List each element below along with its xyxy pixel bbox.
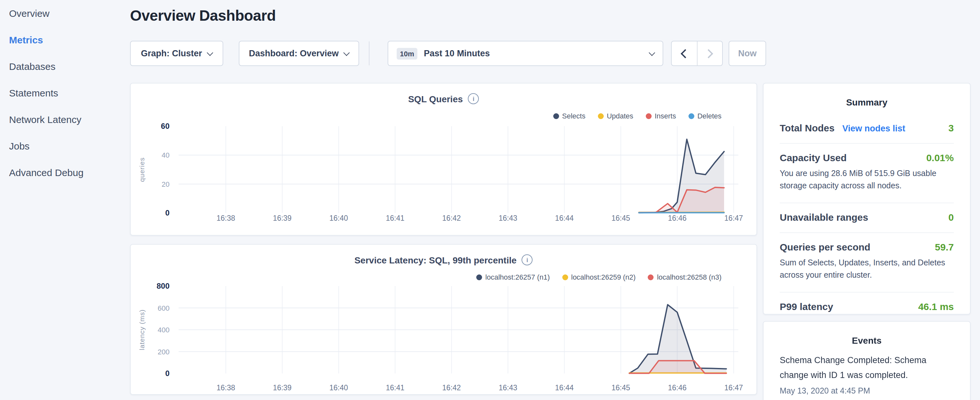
x-tick-label: 16:47 — [724, 384, 743, 392]
app-root: OverviewMetricsDatabasesStatementsNetwor… — [0, 0, 980, 400]
chevron-down-icon — [649, 49, 655, 56]
sql-queries-chart-card: SQL Queries i SelectsUpdatesInsertsDelet… — [130, 83, 757, 236]
summary-panel: Summary Total NodesView nodes list3Capac… — [763, 83, 970, 315]
x-tick-label: 16:44 — [555, 214, 574, 222]
graph-scope-dropdown[interactable]: Graph: Cluster — [130, 41, 223, 66]
summary-row-label: Capacity Used — [780, 152, 847, 163]
summary-row-value: 0.01% — [926, 152, 954, 163]
summary-rows: Total NodesView nodes list3Capacity Used… — [780, 114, 954, 315]
event-timestamp: May 13, 2020 at 4:45 PM — [780, 386, 954, 395]
y-tick-label: 60 — [161, 122, 170, 131]
x-tick-label: 16:40 — [329, 214, 348, 222]
sidebar-item-databases[interactable]: Databases — [0, 53, 130, 80]
chevron-left-icon — [680, 49, 689, 58]
summary-row-value: 59.7 — [935, 241, 954, 252]
sidebar-item-overview[interactable]: Overview — [0, 0, 130, 27]
page-title: Overview Dashboard — [130, 7, 276, 25]
sidebar-item-network-latency[interactable]: Network Latency — [0, 106, 130, 133]
x-tick-label: 16:39 — [273, 384, 292, 392]
sidebar-item-metrics[interactable]: Metrics — [0, 27, 130, 53]
dashboard-dropdown-label: Dashboard: Overview — [249, 49, 339, 58]
sidebar: OverviewMetricsDatabasesStatementsNetwor… — [0, 0, 130, 400]
previous-time-window-button[interactable] — [672, 41, 697, 65]
chevron-right-icon — [704, 49, 713, 58]
summary-row-p99-latency: P99 latency46.1 ms — [780, 292, 954, 315]
y-axis-title: latency (ms) — [138, 309, 146, 350]
x-tick-label: 16:39 — [273, 214, 292, 222]
toolbar-divider — [369, 41, 369, 65]
y-tick-label: 0 — [165, 209, 170, 217]
service-latency-chart[interactable]: 16:3816:3916:4016:4116:4216:4316:4416:45… — [131, 245, 758, 395]
service-latency-chart-card: Service Latency: SQL, 99th percentile i … — [130, 244, 757, 395]
x-tick-label: 16:42 — [442, 214, 461, 222]
y-tick-label: 400 — [158, 326, 170, 334]
x-tick-label: 16:42 — [442, 384, 461, 392]
x-tick-label: 16:46 — [668, 384, 687, 392]
x-tick-label: 16:43 — [499, 214, 517, 222]
y-tick-label: 800 — [157, 282, 170, 290]
x-tick-label: 16:41 — [386, 214, 404, 222]
sql-queries-chart[interactable]: 16:3816:3916:4016:4116:4216:4316:4416:45… — [131, 83, 758, 236]
y-tick-label: 20 — [162, 180, 170, 188]
summary-row-capacity-used: Capacity Used0.01%You are using 28.6 MiB… — [780, 144, 954, 203]
now-button[interactable]: Now — [729, 41, 766, 66]
sidebar-item-advanced-debug[interactable]: Advanced Debug — [0, 159, 130, 186]
x-tick-label: 16:41 — [386, 384, 404, 392]
summary-row-description: Sum of Selects, Updates, Inserts, and De… — [780, 257, 954, 282]
summary-row-label: Queries per second — [780, 241, 870, 252]
events-panel: Events Schema Change Completed: Schema c… — [763, 321, 970, 400]
summary-panel-title: Summary — [780, 97, 954, 107]
y-axis-title: queries — [138, 157, 146, 182]
x-tick-label: 16:38 — [216, 214, 235, 222]
sidebar-item-statements[interactable]: Statements — [0, 80, 130, 106]
y-tick-label: 0 — [165, 369, 170, 378]
view-nodes-list-link[interactable]: View nodes list — [842, 124, 905, 133]
summary-row-unavailable-ranges: Unavailable ranges0 — [780, 203, 954, 233]
x-tick-label: 16:46 — [668, 214, 687, 222]
time-window-pager — [671, 41, 723, 66]
x-tick-label: 16:47 — [724, 214, 743, 222]
summary-row-description: You are using 28.6 MiB of 515.9 GiB usab… — [780, 167, 954, 193]
summary-row-label: P99 latency — [780, 301, 833, 312]
graph-scope-dropdown-label: Graph: Cluster — [141, 49, 202, 58]
summary-row-value: 46.1 ms — [918, 301, 954, 312]
summary-row-value: 3 — [948, 122, 954, 133]
x-tick-label: 16:38 — [216, 384, 235, 392]
time-window-dropdown[interactable]: 10m Past 10 Minutes — [388, 41, 663, 66]
y-tick-label: 200 — [158, 348, 170, 356]
now-button-label: Now — [738, 49, 757, 58]
next-time-window-button[interactable] — [697, 41, 722, 65]
x-tick-label: 16:45 — [611, 214, 630, 222]
summary-row-value: 0 — [948, 212, 954, 223]
x-tick-label: 16:43 — [499, 384, 517, 392]
chevron-down-icon — [207, 49, 213, 56]
summary-row-queries-per-second: Queries per second59.7Sum of Selects, Up… — [780, 233, 954, 293]
time-window-label: Past 10 Minutes — [424, 49, 490, 58]
chevron-down-icon — [344, 49, 350, 56]
sidebar-item-jobs[interactable]: Jobs — [0, 133, 130, 159]
summary-row-label: Total Nodes — [780, 122, 834, 133]
summary-row-total-nodes: Total NodesView nodes list3 — [780, 114, 954, 144]
time-window-badge: 10m — [397, 48, 417, 59]
x-tick-label: 16:44 — [555, 384, 574, 392]
x-tick-label: 16:40 — [329, 384, 348, 392]
event-message: Schema Change Completed: Schema change w… — [780, 354, 954, 383]
summary-row-label: Unavailable ranges — [780, 212, 868, 223]
x-tick-label: 16:45 — [611, 384, 630, 392]
y-tick-label: 600 — [158, 304, 170, 312]
events-list: Schema Change Completed: Schema change w… — [780, 354, 954, 395]
events-panel-title: Events — [780, 335, 954, 346]
event-item[interactable]: Schema Change Completed: Schema change w… — [780, 354, 954, 395]
y-tick-label: 40 — [162, 151, 170, 159]
dashboard-dropdown[interactable]: Dashboard: Overview — [239, 41, 359, 66]
